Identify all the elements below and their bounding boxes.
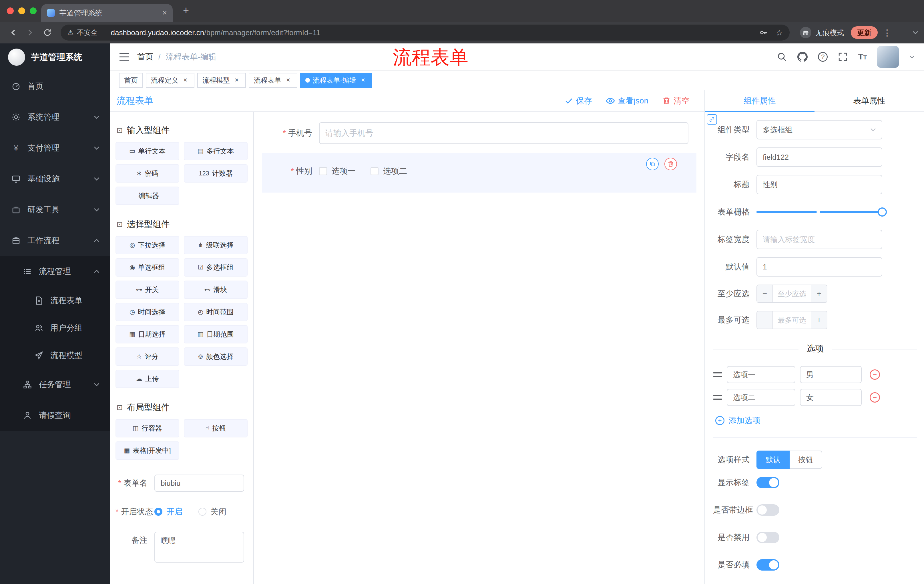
component-item[interactable]: ▤ 多行文本	[184, 142, 248, 160]
decrease-icon[interactable]	[757, 285, 773, 302]
toolbar-chevron-icon[interactable]	[912, 31, 918, 34]
increase-icon[interactable]	[811, 285, 827, 302]
bookmark-star-icon[interactable]	[776, 28, 783, 38]
add-option-button[interactable]: 添加选项	[715, 415, 917, 426]
component-item[interactable]: ◷ 时间选择	[116, 303, 179, 321]
remark-textarea[interactable]: 嘿嘿	[154, 532, 244, 563]
max-select-placeholder[interactable]: 最多可选	[773, 311, 811, 329]
tag-close-icon[interactable]	[233, 76, 241, 84]
tag-item[interactable]: 流程定义	[146, 73, 195, 88]
component-item[interactable]: ∗ 密码	[116, 164, 179, 183]
sidebar-item-task-mgmt[interactable]: 任务管理	[0, 369, 110, 400]
toggle-switch[interactable]	[756, 504, 779, 516]
password-key-icon[interactable]	[759, 28, 768, 37]
tab-component-props[interactable]: 组件属性	[705, 90, 815, 112]
component-item[interactable]: ☑ 多选框组	[184, 258, 248, 276]
tag-item[interactable]: 流程表单	[249, 73, 297, 88]
component-item[interactable]: ▥ 日期范围	[184, 325, 248, 344]
address-bar[interactable]: 不安全 dashboard.yudao.iocoder.cn/bpm/manag…	[61, 25, 790, 41]
component-item[interactable]: ▦ 日期选择	[116, 325, 179, 344]
checkbox-icon[interactable]	[371, 167, 378, 175]
option-name-input[interactable]	[727, 366, 795, 383]
fullscreen-icon[interactable]	[838, 52, 848, 62]
tab-close-icon[interactable]	[162, 9, 167, 17]
component-item[interactable]: 编辑器	[116, 187, 179, 205]
tag-item[interactable]: 首页	[119, 73, 143, 88]
tab-form-props[interactable]: 表单属性	[815, 90, 924, 112]
min-select-placeholder[interactable]: 至少应选	[773, 285, 811, 302]
component-item[interactable]: ☁ 上传	[116, 370, 179, 388]
form-canvas[interactable]: 手机号	[254, 112, 705, 584]
minimize-window-button[interactable]	[18, 7, 25, 14]
reload-icon[interactable]	[40, 25, 55, 40]
remove-option-icon[interactable]	[870, 369, 880, 380]
save-button[interactable]: 保存	[564, 95, 592, 106]
delete-component-icon[interactable]	[664, 158, 677, 170]
close-window-button[interactable]	[7, 7, 14, 14]
component-item[interactable]: ⊚ 颜色选择	[184, 347, 248, 366]
remove-option-icon[interactable]	[870, 392, 880, 403]
title-input[interactable]	[756, 175, 882, 194]
sidebar-item-home[interactable]: 首页	[0, 71, 110, 102]
sidebar-item-process-mgmt[interactable]: 流程管理	[0, 256, 110, 287]
security-label[interactable]: 不安全	[77, 28, 98, 37]
tag-close-icon[interactable]	[181, 76, 189, 84]
browser-update-button[interactable]: 更新	[851, 26, 878, 39]
sidebar-logo[interactable]: 芋道管理系统	[0, 43, 110, 71]
user-avatar[interactable]	[877, 46, 899, 68]
gender-checkbox[interactable]: 选项一	[319, 166, 356, 176]
link-handle-icon[interactable]	[707, 114, 717, 125]
component-type-select[interactable]: 多选框组	[756, 120, 882, 140]
style-button-button[interactable]: 按钮	[790, 451, 822, 469]
clear-button[interactable]: 清空	[662, 95, 690, 106]
tag-item[interactable]: 流程表单-编辑	[300, 73, 372, 88]
view-json-button[interactable]: 查看json	[606, 95, 648, 106]
status-off-radio[interactable]: 关闭	[198, 503, 226, 520]
component-item[interactable]: ◉ 单选框组	[116, 258, 179, 276]
slider-track[interactable]	[756, 211, 882, 213]
option-value-input[interactable]	[800, 389, 862, 406]
not-secure-warning-icon[interactable]	[68, 29, 74, 36]
forward-icon[interactable]	[23, 25, 38, 40]
tag-item[interactable]: 流程模型	[197, 73, 246, 88]
component-item[interactable]: ▦ 表格[开发中]	[116, 441, 179, 460]
breadcrumb-home[interactable]: 首页	[137, 51, 153, 62]
browser-menu-icon[interactable]	[883, 28, 891, 38]
sidebar-item-infra[interactable]: 基础设施	[0, 163, 110, 194]
drag-handle-icon[interactable]	[713, 371, 722, 378]
checkbox-icon[interactable]	[319, 167, 327, 175]
url-text[interactable]: dashboard.yudao.iocoder.cn/bpm/manager/f…	[111, 28, 320, 37]
component-item[interactable]: ⊷ 滑块	[184, 281, 248, 299]
slider-handle[interactable]	[878, 207, 887, 217]
sidebar-item-leave-query[interactable]: 请假查询	[0, 400, 110, 431]
component-item[interactable]: ☆ 评分	[116, 347, 179, 366]
sidebar-item-process-model[interactable]: 流程模型	[0, 342, 110, 369]
component-item[interactable]: ◎ 下拉选择	[116, 236, 179, 254]
style-default-button[interactable]: 默认	[756, 451, 790, 469]
sidebar-item-system[interactable]: 系统管理	[0, 102, 110, 133]
gender-checkbox[interactable]: 选项二	[371, 166, 407, 176]
new-tab-button[interactable]	[183, 5, 189, 16]
component-item[interactable]: ☝ 按钮	[184, 419, 248, 438]
search-icon[interactable]	[777, 52, 787, 62]
component-item[interactable]: 123 计数器	[184, 164, 248, 183]
field-name-input[interactable]	[756, 147, 882, 167]
sidebar-item-user-group[interactable]: 用户分组	[0, 314, 110, 342]
copy-component-icon[interactable]	[646, 158, 659, 170]
form-name-input[interactable]	[154, 475, 244, 492]
browser-tab[interactable]: 芋道管理系统	[41, 4, 173, 22]
component-item[interactable]: ⋔ 级联选择	[184, 236, 248, 254]
toggle-switch[interactable]	[756, 532, 779, 543]
phone-input[interactable]	[319, 122, 688, 144]
font-size-icon[interactable]	[858, 52, 867, 62]
toggle-switch[interactable]	[756, 477, 779, 488]
component-item[interactable]: ◴ 时间范围	[184, 303, 248, 321]
sidebar-item-devtools[interactable]: 研发工具	[0, 194, 110, 225]
drag-handle-icon[interactable]	[713, 394, 722, 401]
component-item[interactable]: ⊶ 开关	[116, 281, 179, 299]
sidebar-item-process-form[interactable]: 流程表单	[0, 287, 110, 314]
maximize-window-button[interactable]	[30, 7, 36, 14]
back-icon[interactable]	[6, 25, 21, 40]
sidebar-item-workflow[interactable]: 工作流程	[0, 225, 110, 256]
gender-field-block-selected[interactable]: 性别 选项一	[262, 153, 696, 192]
